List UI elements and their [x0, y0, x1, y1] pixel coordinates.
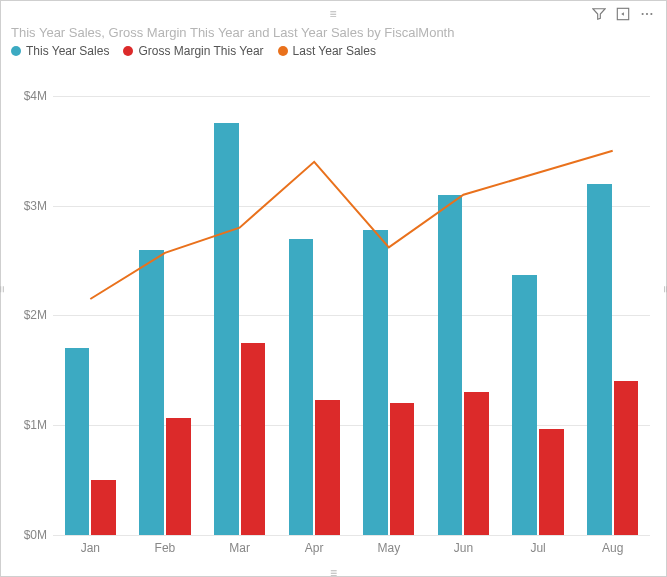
x-axis-tick-label: May — [377, 541, 400, 555]
legend-label: Gross Margin This Year — [138, 44, 263, 58]
legend-marker-icon — [123, 46, 133, 56]
y-axis-tick-label: $0M — [11, 528, 47, 542]
x-axis-tick-label: Feb — [155, 541, 176, 555]
x-axis-tick-label: Apr — [305, 541, 324, 555]
legend-label: This Year Sales — [26, 44, 109, 58]
chart-visual: ≡ This Year Sales, Gross Margin This Yea… — [0, 0, 667, 577]
legend: This Year Sales Gross Margin This Year L… — [11, 44, 656, 58]
y-axis-tick-label: $1M — [11, 418, 47, 432]
more-icon[interactable] — [640, 7, 654, 21]
visual-top-bar: ≡ — [11, 9, 656, 23]
legend-label: Last Year Sales — [293, 44, 376, 58]
x-axis-tick-label: Mar — [229, 541, 250, 555]
legend-marker-icon — [278, 46, 288, 56]
resize-handle-icon[interactable]: ≡ — [661, 285, 667, 292]
svg-point-1 — [642, 13, 644, 15]
legend-item[interactable]: Last Year Sales — [278, 44, 376, 58]
legend-item[interactable]: This Year Sales — [11, 44, 109, 58]
focus-mode-icon[interactable] — [616, 7, 630, 21]
x-axis-tick-label: Jun — [454, 541, 473, 555]
chart-title: This Year Sales, Gross Margin This Year … — [11, 25, 656, 40]
svg-point-2 — [646, 13, 648, 15]
filter-icon[interactable] — [592, 7, 606, 21]
resize-handle-icon[interactable]: ≡ — [330, 568, 337, 577]
y-axis-tick-label: $4M — [11, 89, 47, 103]
y-axis-tick-label: $3M — [11, 199, 47, 213]
x-axis-tick-label: Jan — [81, 541, 100, 555]
resize-handle-icon[interactable]: ≡ — [0, 285, 6, 292]
plot-area: $0M$1M$2M$3M$4MJanFebMarAprMayJunJulAug — [53, 74, 650, 535]
legend-item[interactable]: Gross Margin This Year — [123, 44, 263, 58]
line-series-last-year-sales[interactable] — [53, 74, 650, 535]
y-axis-tick-label: $2M — [11, 308, 47, 322]
grid-line — [53, 535, 650, 536]
legend-marker-icon — [11, 46, 21, 56]
chart-area: $0M$1M$2M$3M$4MJanFebMarAprMayJunJulAug — [11, 64, 656, 559]
x-axis-tick-label: Aug — [602, 541, 623, 555]
visual-toolbar — [592, 7, 654, 21]
svg-point-3 — [650, 13, 652, 15]
x-axis-tick-label: Jul — [530, 541, 545, 555]
drag-handle-icon[interactable]: ≡ — [329, 9, 337, 19]
